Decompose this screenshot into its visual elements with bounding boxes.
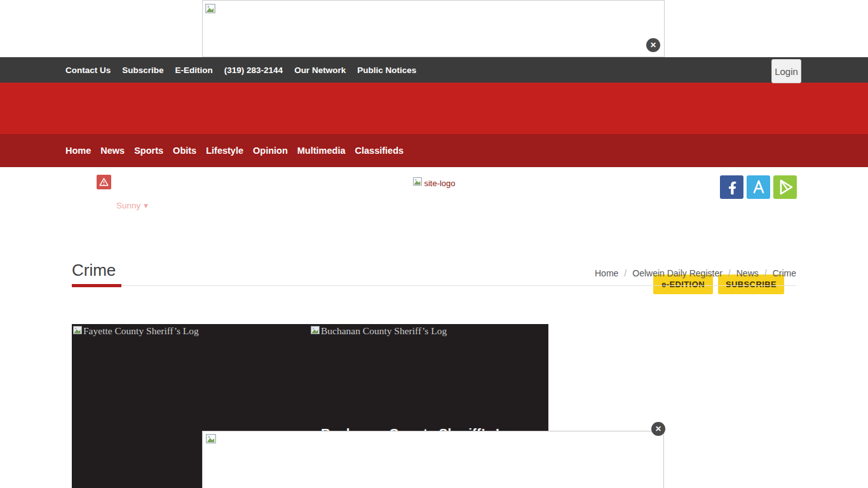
- breadcrumb-separator: /: [728, 268, 731, 278]
- utility-link-phone[interactable]: (319) 283-2144: [224, 65, 283, 75]
- nav-item-sports[interactable]: Sports: [134, 146, 163, 156]
- app-store-icon[interactable]: [747, 175, 770, 199]
- utility-link-contact-us[interactable]: Contact Us: [65, 65, 111, 75]
- broken-image-icon: [205, 3, 216, 17]
- broken-image-icon: [412, 177, 423, 189]
- breadcrumb-separator: /: [764, 268, 767, 278]
- breadcrumb: Home / Oelwein Daily Register / News / C…: [595, 268, 796, 278]
- breadcrumb-crime: Crime: [773, 268, 796, 278]
- broken-image-icon: [205, 433, 217, 447]
- main-navigation: Home News Sports Obits Lifestyle Opinion…: [0, 134, 868, 167]
- google-play-icon[interactable]: [773, 175, 797, 199]
- search-icon[interactable]: [791, 279, 803, 290]
- utility-bar: Contact Us Subscribe E-Edition (319) 283…: [0, 57, 868, 83]
- nav-item-multimedia[interactable]: Multimedia: [297, 146, 346, 156]
- facebook-icon[interactable]: [720, 175, 743, 199]
- broken-image-icon: [72, 325, 83, 338]
- page: ✕ Contact Us Subscribe E-Edition (319) 2…: [0, 0, 868, 488]
- article-image-alt: Buchanan County Sheriff’s Log: [321, 325, 447, 337]
- breadcrumb-home[interactable]: Home: [595, 268, 618, 278]
- top-ad-banner[interactable]: [202, 0, 665, 57]
- page-title: Crime: [72, 261, 116, 280]
- utility-link-e-edition[interactable]: E-Edition: [175, 65, 213, 75]
- bottom-ad-banner[interactable]: [202, 431, 664, 488]
- utility-link-subscribe[interactable]: Subscribe: [122, 65, 163, 75]
- broken-image-icon: [310, 325, 320, 338]
- nav-item-home[interactable]: Home: [65, 146, 91, 156]
- section-divider: [72, 285, 796, 286]
- nav-item-news[interactable]: News: [100, 146, 125, 156]
- top-ad-close-button[interactable]: ✕: [646, 38, 660, 52]
- nav-item-lifestyle[interactable]: Lifestyle: [206, 146, 243, 156]
- masthead: -5° Sunny ▾ site-logo Sunday, January 25…: [0, 83, 868, 134]
- bottom-ad-close-button[interactable]: ✕: [651, 422, 665, 436]
- breadcrumb-oelwein-daily-register[interactable]: Oelwein Daily Register: [632, 268, 722, 278]
- utility-link-public-notices[interactable]: Public Notices: [357, 65, 416, 75]
- social-links: [720, 175, 797, 199]
- nav-links: Home News Sports Obits Lifestyle Opinion…: [65, 134, 403, 167]
- breadcrumb-separator: /: [624, 268, 627, 278]
- utility-link-our-network[interactable]: Our Network: [294, 65, 346, 75]
- article-image-alt: Fayette County Sheriff’s Log: [83, 325, 199, 337]
- nav-item-opinion[interactable]: Opinion: [253, 146, 288, 156]
- site-logo-alt-text: site-logo: [424, 179, 455, 188]
- nav-item-obits[interactable]: Obits: [173, 146, 196, 156]
- breadcrumb-news[interactable]: News: [736, 268, 759, 278]
- section-divider-accent: [72, 284, 121, 287]
- nav-item-classifieds[interactable]: Classifieds: [355, 146, 404, 156]
- login-button[interactable]: Login: [771, 59, 801, 83]
